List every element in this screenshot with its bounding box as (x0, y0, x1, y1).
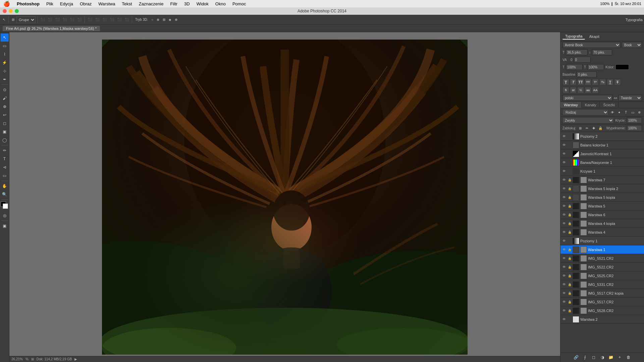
shape-tool[interactable]: ▭ (1, 172, 9, 180)
tab-sciezki[interactable]: Ścieżki (600, 102, 619, 108)
move-tool-btn[interactable]: ↖ (1, 16, 7, 24)
layer-delete-btn[interactable]: 🗑 (625, 354, 632, 361)
language-select[interactable]: polski (562, 95, 612, 101)
layer-visibility-icon[interactable]: 👁 (562, 178, 567, 182)
menu-3d[interactable]: 3D (181, 0, 193, 7)
layer-visibility-icon[interactable]: 👁 (562, 291, 567, 296)
typo-sub-btn[interactable]: T₂ (599, 79, 606, 85)
eraser-tool[interactable]: ◻ (1, 119, 9, 127)
layer-visibility-icon[interactable]: 👁 (562, 308, 567, 313)
typo-ligature-btn[interactable]: fi (562, 87, 569, 94)
align-center-btn[interactable]: ⬛ (47, 16, 53, 24)
layer-mask-btn[interactable]: ◻ (590, 354, 597, 361)
align-right-btn[interactable]: ⬛ (54, 16, 61, 24)
eyedropper-tool[interactable]: ✒ (1, 75, 9, 83)
menu-pomoc[interactable]: Pomoc (229, 0, 249, 7)
layer-visibility-icon[interactable]: 👁 (562, 300, 567, 304)
menu-obraz[interactable]: Obraz (76, 0, 95, 7)
color-swatch[interactable] (615, 64, 629, 70)
lock-all-btn[interactable]: 🔒 (598, 125, 603, 131)
rect-select-tool[interactable]: ▭ (1, 42, 9, 50)
menu-edycja[interactable]: Edycja (57, 0, 76, 7)
distrib-middle-btn[interactable]: ⬛ (116, 16, 123, 24)
layer-item[interactable]: 👁🔒Warstwa 5 (560, 202, 644, 210)
menu-tekst[interactable]: Tekst (118, 0, 135, 7)
distrib-center-btn[interactable]: ⬛ (94, 16, 101, 24)
align-bottom-btn[interactable]: ⬛ (76, 16, 83, 24)
layer-visibility-icon[interactable]: 👁 (562, 247, 567, 252)
distrib-left-btn[interactable]: ⬛ (87, 16, 93, 24)
menu-photoshop[interactable]: Photoshop (13, 0, 43, 7)
distrib-bottom-btn[interactable]: ⬛ (123, 16, 130, 24)
3d-scale-btn[interactable]: ⊗ (173, 16, 179, 24)
tracking-input[interactable] (574, 57, 591, 63)
scale-h-input[interactable] (566, 64, 583, 70)
fullscreen-button[interactable] (15, 9, 19, 13)
distrib-right-btn[interactable]: ⬛ (101, 16, 108, 24)
layer-filter-shape-btn[interactable]: ▭ (630, 110, 635, 115)
tab-typografia[interactable]: Typografia (562, 34, 585, 40)
typo-smallcaps-btn[interactable]: TT (585, 79, 591, 85)
typo-strike-btn[interactable]: T (614, 79, 621, 85)
layer-group-btn[interactable]: 📁 (608, 354, 614, 361)
font-family-select[interactable]: Avenir Book (562, 42, 621, 48)
layer-item[interactable]: 👁Barwa/Nasycenie 1 (560, 158, 644, 167)
gradient-tool[interactable]: ▣ (1, 128, 9, 136)
align-middle-btn[interactable]: ⬛ (69, 16, 75, 24)
layer-visibility-icon[interactable]: 👁 (562, 160, 567, 165)
layer-visibility-icon[interactable]: 👁 (562, 221, 567, 226)
font-style-select[interactable]: Book (622, 42, 642, 48)
apple-menu[interactable]: 🍎 (0, 1, 13, 7)
layer-visibility-icon[interactable]: 👁 (562, 152, 567, 156)
layer-item[interactable]: 👁🔒Warstwa 5 kopia 2 (560, 184, 644, 193)
menu-okno[interactable]: Okno (212, 0, 229, 7)
layer-item[interactable]: 👁Poziomy 2 (560, 132, 644, 141)
layer-item[interactable]: 👁🔒Warstwa 4 (560, 228, 644, 237)
layer-item[interactable]: 👁🔒IMG_5528.CR2 (560, 306, 644, 315)
3d-slide-btn[interactable]: ◈ (167, 16, 173, 24)
layer-item[interactable]: 👁🔒Warstwa 1 (560, 245, 644, 254)
layer-filter-effect-btn[interactable]: ✲ (637, 110, 642, 115)
layer-item[interactable]: 👁🔒Warstwa 5 kopia (560, 193, 644, 202)
foreground-bg-colors[interactable] (1, 201, 9, 209)
zoom-fit-btn[interactable]: ⊞ (31, 357, 34, 361)
layer-visibility-icon[interactable]: 👁 (562, 265, 567, 269)
layer-filter-adjust-btn[interactable]: ✦ (616, 110, 622, 115)
fill-input[interactable] (627, 125, 642, 131)
clone-stamp-tool[interactable]: ⊕ (1, 103, 9, 111)
scale-v-input[interactable] (587, 64, 604, 70)
layer-item[interactable]: 👁Jasność/Kontrast 1 (560, 149, 644, 158)
layer-visibility-icon[interactable]: 👁 (562, 317, 567, 322)
typo-aa2-btn[interactable]: AA (592, 87, 599, 94)
type-tool[interactable]: T (1, 155, 9, 163)
typo-frac-btn[interactable]: ½ (577, 87, 584, 94)
layer-link-btn[interactable]: 🔗 (573, 354, 580, 361)
layer-filter-eye-btn[interactable]: 👁 (610, 110, 615, 115)
distrib-top-btn[interactable]: ⬛ (109, 16, 115, 24)
typo-underline-btn[interactable]: T (607, 79, 613, 85)
layer-item[interactable]: 👁🔒Warstwa 7 (560, 176, 644, 184)
menu-warstwa[interactable]: Warstwa (95, 0, 118, 7)
hand-tool[interactable]: ✋ (1, 182, 9, 190)
pen-tool[interactable]: ✏ (1, 146, 9, 155)
layer-filter-select[interactable]: Rodzaj (562, 109, 608, 115)
layer-item[interactable]: 👁🔒IMG_5331.CR2 (560, 280, 644, 289)
group-btn[interactable]: ⊞ (10, 16, 16, 24)
layer-visibility-icon[interactable]: 👁 (562, 282, 567, 287)
brush-tool[interactable]: 🖌 (1, 94, 9, 102)
leading-input[interactable] (592, 49, 612, 55)
lasso-tool[interactable]: ⌇ (1, 50, 9, 58)
zoom-tool[interactable]: 🔍 (1, 190, 9, 198)
menu-widok[interactable]: Widok (193, 0, 212, 7)
typo-aa-btn[interactable]: aa (585, 87, 591, 94)
layer-visibility-icon[interactable]: 👁 (562, 204, 567, 208)
typo-bold-btn[interactable]: T (562, 79, 569, 85)
lock-move-btn[interactable]: ✚ (591, 125, 596, 131)
3d-rotate-btn[interactable]: ○ (150, 16, 155, 24)
layer-item[interactable]: 👁🔒Warstwa 4 kopia (560, 219, 644, 228)
layer-filter-type-btn[interactable]: T (623, 110, 629, 115)
menu-zaznaczenie[interactable]: Zaznaczenie (136, 0, 167, 7)
3d-pan-btn[interactable]: ⊞ (161, 16, 167, 24)
play-btn[interactable]: ▶ (74, 357, 77, 361)
document-tab[interactable]: Fine Art.psd @ 26,2% (Warstwa 1,Maska wa… (3, 26, 100, 31)
